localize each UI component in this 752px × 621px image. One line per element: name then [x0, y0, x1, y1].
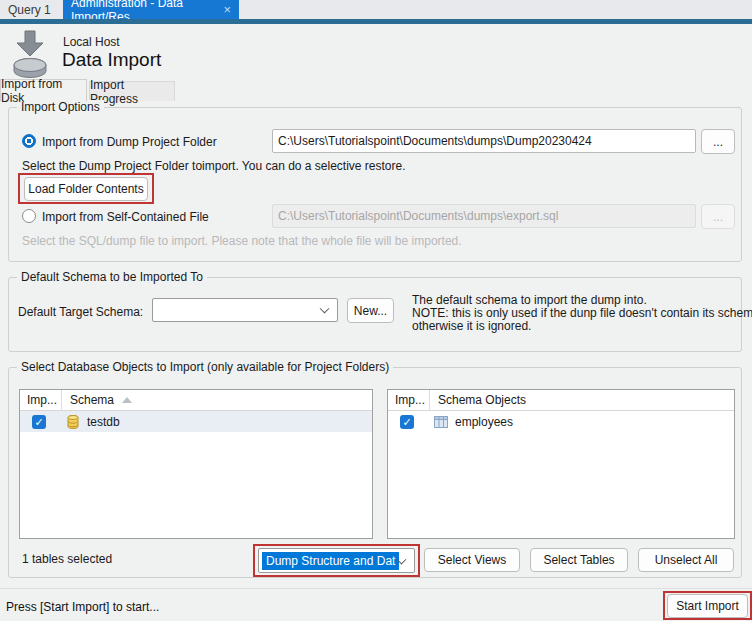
close-tab-icon[interactable]: ×	[223, 3, 231, 16]
import-from-file-label: Import from Self-Contained File	[42, 210, 209, 224]
default-target-schema-label: Default Target Schema:	[18, 305, 143, 319]
tab-query-1[interactable]: Query 1	[0, 0, 60, 19]
file-help-text: Select the SQL/dump file to import. Plea…	[22, 234, 462, 248]
chevron-down-icon	[320, 304, 330, 314]
schema-objects-table-header: Imp... Schema Objects	[388, 390, 734, 411]
browse-file-button: ...	[701, 204, 735, 229]
host-label: Local Host	[63, 35, 120, 49]
import-from-folder-radio[interactable]	[22, 134, 36, 148]
data-import-icon	[10, 30, 50, 78]
default-schema-combobox[interactable]	[152, 298, 338, 322]
document-tabstrip: Query 1 Administration - Data Import/Res…	[0, 0, 752, 19]
select-views-button[interactable]: Select Views	[424, 548, 520, 572]
schema-name: testdb	[87, 415, 120, 429]
status-text: Press [Start Import] to start...	[6, 600, 159, 614]
active-tab-underline	[0, 19, 752, 24]
tables-selected-count: 1 tables selected	[22, 552, 112, 566]
schema-help-line-3: otherwise it is ignored.	[412, 319, 531, 333]
load-folder-contents-button[interactable]: Load Folder Contents	[24, 177, 148, 201]
folder-help-text: Select the Dump Project Folder toimport.…	[22, 159, 406, 173]
tab-administration-data-import[interactable]: Administration - Data Import/Res... ×	[63, 0, 239, 19]
schemas-table: Imp... Schema ✓ testdb	[19, 389, 373, 539]
schema-table-row[interactable]: ✓ testdb	[20, 411, 372, 432]
footer-divider	[0, 588, 752, 589]
schema-help-line-1: The default schema to import the dump in…	[412, 293, 647, 307]
import-from-file-radio[interactable]	[22, 209, 36, 223]
database-icon	[65, 414, 81, 430]
schema-object-name: employees	[455, 415, 513, 429]
new-schema-button[interactable]: New...	[347, 298, 394, 323]
start-import-button[interactable]: Start Import	[667, 594, 748, 618]
schema-help-line-2: NOTE: this is only used if the dunp file…	[412, 306, 752, 320]
schemas-table-header: Imp... Schema	[20, 390, 372, 411]
browse-folder-button[interactable]: ...	[701, 129, 735, 154]
select-objects-group-title: Select Database Objects to Import (only …	[17, 360, 393, 374]
schema-objects-table: Imp... Schema Objects ✓ employees	[387, 389, 735, 539]
unselect-all-button[interactable]: Unselect All	[638, 548, 734, 572]
tab-import-from-disk-label: Import from Disk	[1, 77, 86, 105]
tab-import-progress[interactable]: Import Progress	[89, 81, 175, 101]
dump-type-selected-value: Dump Structure and Dat	[262, 552, 399, 570]
default-schema-group-title: Default Schema to be Imported To	[17, 270, 207, 284]
column-header-schema-objects[interactable]: Schema Objects	[430, 393, 526, 407]
schema-object-row[interactable]: ✓ employees	[388, 411, 734, 432]
column-header-import[interactable]: Imp...	[20, 390, 62, 411]
column-header-schema[interactable]: Schema	[62, 393, 132, 407]
dump-folder-path-input[interactable]: C:\Users\Tutorialspoint\Documents\dumps\…	[272, 129, 696, 153]
object-import-checkbox[interactable]: ✓	[400, 415, 414, 429]
tab-import-from-disk[interactable]: Import from Disk	[0, 79, 87, 101]
dump-type-combobox[interactable]: Dump Structure and Dat	[258, 548, 415, 573]
sort-ascending-icon	[122, 397, 132, 403]
import-from-folder-label: Import from Dump Project Folder	[42, 135, 217, 149]
column-header-import-2[interactable]: Imp...	[388, 390, 430, 411]
tab-query-1-label: Query 1	[8, 3, 51, 17]
select-tables-button[interactable]: Select Tables	[530, 548, 628, 572]
sql-file-path-input: C:\Users\Tutorialspoint\Documents\dumps\…	[272, 204, 696, 228]
page-title: Data Import	[62, 49, 161, 71]
schema-import-checkbox[interactable]: ✓	[32, 415, 46, 429]
data-import-window: Query 1 Administration - Data Import/Res…	[0, 0, 752, 621]
table-icon	[433, 414, 449, 430]
